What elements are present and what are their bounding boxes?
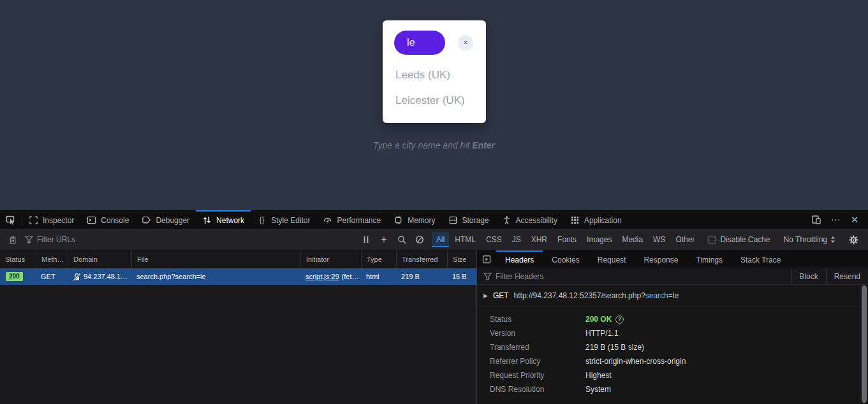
filter-ws[interactable]: WS: [649, 232, 670, 247]
insecure-lock-icon: [73, 273, 81, 281]
details-tab-stack-trace[interactable]: Stack Trace: [732, 250, 790, 268]
filter-fonts[interactable]: Fonts: [553, 232, 581, 247]
details-tab-timings[interactable]: Timings: [687, 250, 732, 268]
details-scrollbar[interactable]: [862, 285, 867, 403]
webpage-background: le × Leeds (UK) Leicester (UK) Type a ci…: [0, 0, 868, 210]
tab-network[interactable]: Network: [196, 210, 251, 229]
devtools-close-icon: ✕: [851, 214, 859, 226]
suggestion-leicester[interactable]: Leicester (UK): [395, 94, 465, 107]
storage-icon: [448, 215, 458, 225]
expand-triangle-icon: ▶: [483, 292, 488, 299]
details-tab-response[interactable]: Response: [635, 250, 687, 268]
request-url-row[interactable]: ▶ GET http://94.237.48.12:52357/search.p…: [477, 285, 868, 307]
tab-debugger[interactable]: Debugger: [135, 210, 196, 229]
disable-cache-label: Disable Cache: [720, 235, 770, 244]
column-header-file[interactable]: File: [131, 250, 300, 268]
tab-performance[interactable]: Performance: [316, 210, 387, 229]
column-header-type[interactable]: Type: [361, 250, 396, 268]
filter-xhr[interactable]: XHR: [527, 232, 552, 247]
filter-all[interactable]: All: [432, 232, 449, 247]
request-list-panel: Status Meth… Domain File Initiator Type …: [0, 250, 476, 404]
city-search-card: le × Leeds (UK) Leicester (UK): [383, 20, 486, 123]
request-summary: Status 200 OK ? Version HTTP/1.1 Transfe…: [477, 307, 868, 396]
network-icon: [202, 215, 212, 225]
pause-icon: [363, 236, 369, 243]
tab-style-editor[interactable]: {} Style Editor: [251, 210, 316, 229]
devtools-close-button[interactable]: ✕: [846, 212, 863, 227]
tab-accessibility[interactable]: Accessibility: [496, 210, 564, 229]
filter-media[interactable]: Media: [617, 232, 647, 247]
headers-actions: Block Resend: [791, 268, 868, 284]
request-url: http://94.237.48.12:52357/search.php?sea…: [514, 291, 679, 300]
har-import-button[interactable]: +: [375, 232, 393, 247]
funnel-icon: [483, 273, 492, 280]
filter-html[interactable]: HTML: [450, 232, 480, 247]
headers-content: ▶ GET http://94.237.48.12:52357/search.p…: [477, 285, 868, 404]
filter-css[interactable]: CSS: [482, 232, 506, 247]
clear-search-button[interactable]: ×: [458, 35, 473, 50]
clear-requests-button[interactable]: [4, 232, 22, 247]
details-tab-headers[interactable]: Headers: [496, 250, 543, 268]
block-icon: [415, 235, 424, 244]
network-settings-button[interactable]: [842, 232, 864, 247]
tab-console[interactable]: Console: [80, 210, 135, 229]
search-hint: Type a city name and hit Enter: [0, 140, 868, 150]
style-editor-icon: {}: [257, 215, 267, 225]
tab-inspector[interactable]: Inspector: [22, 210, 80, 229]
column-header-domain[interactable]: Domain: [68, 250, 131, 268]
enter-key-label: Enter: [472, 140, 495, 150]
request-transferred-cell: 219 B: [396, 273, 447, 280]
block-button[interactable]: Block: [791, 268, 825, 284]
pick-element-button[interactable]: [0, 210, 22, 229]
panel-toggle-icon: [482, 255, 491, 264]
more-icon: ⋯: [831, 214, 841, 226]
gear-icon: [848, 234, 859, 245]
column-header-method[interactable]: Meth…: [36, 250, 68, 268]
filter-other[interactable]: Other: [671, 232, 699, 247]
suggestion-leeds[interactable]: Leeds (UK): [395, 69, 450, 82]
column-header-size[interactable]: Size: [447, 250, 476, 268]
details-tab-request[interactable]: Request: [589, 250, 635, 268]
pause-requests-button[interactable]: [357, 232, 375, 247]
column-header-status[interactable]: Status: [0, 250, 36, 268]
devtools-menu-button[interactable]: ⋯: [827, 212, 844, 227]
throttling-select[interactable]: No Throttling: [777, 235, 842, 244]
summary-row-status: Status 200 OK ?: [477, 312, 868, 326]
request-row[interactable]: 200 GET 94.237.48.1… search.php?search=l…: [0, 268, 476, 285]
performance-icon: [323, 215, 332, 225]
responsive-design-mode-icon: [811, 215, 821, 225]
filter-headers-input[interactable]: Filter Headers: [496, 272, 543, 281]
resend-button[interactable]: Resend: [826, 268, 868, 284]
request-method: GET: [493, 291, 509, 300]
column-header-transferred[interactable]: Transferred: [396, 250, 447, 268]
details-tab-cookies[interactable]: Cookies: [543, 250, 588, 268]
filter-images[interactable]: Images: [582, 232, 616, 247]
devtools-tabbar: Inspector Console Debugger Network {} St…: [0, 210, 868, 229]
filter-urls-input[interactable]: Filter URLs: [22, 235, 357, 244]
disable-cache-checkbox[interactable]: [709, 236, 716, 243]
request-method-cell: GET: [36, 273, 68, 280]
tab-application[interactable]: Application: [564, 210, 628, 229]
request-list-header: Status Meth… Domain File Initiator Type …: [0, 250, 476, 268]
column-header-initiator[interactable]: Initiator: [300, 250, 361, 268]
request-details-panel: Headers Cookies Request Response Timings…: [476, 250, 868, 404]
city-search-input[interactable]: le: [394, 31, 445, 55]
request-size-cell: 15 B: [447, 273, 476, 280]
request-domain-cell: 94.237.48.1…: [68, 273, 131, 281]
tab-storage[interactable]: Storage: [442, 210, 496, 229]
summary-row-version: Version HTTP/1.1: [477, 326, 868, 340]
initiator-link[interactable]: script.js:29: [305, 273, 339, 280]
screenshot-root: le × Leeds (UK) Leicester (UK) Type a ci…: [0, 0, 868, 404]
debugger-icon: [142, 215, 151, 225]
split-console-toggle-button[interactable]: [477, 250, 496, 268]
search-requests-button[interactable]: [393, 232, 411, 247]
plus-icon: +: [381, 234, 386, 245]
disable-cache-toggle[interactable]: Disable Cache: [702, 235, 776, 244]
inspector-icon: [29, 215, 38, 225]
block-requests-button[interactable]: [411, 232, 429, 247]
responsive-design-mode-button[interactable]: [808, 212, 825, 227]
filter-js[interactable]: JS: [508, 232, 526, 247]
tab-memory[interactable]: Memory: [387, 210, 441, 229]
status-help-icon[interactable]: ?: [615, 315, 624, 324]
close-icon: ×: [463, 38, 468, 47]
